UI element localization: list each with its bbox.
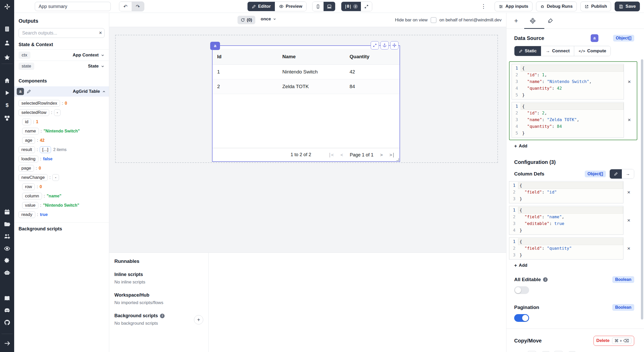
output-row-id[interactable]: id:1 [14, 117, 109, 127]
connect-mode-button[interactable]: → [622, 169, 634, 179]
table-cell[interactable]: Zelda TOTK [282, 84, 350, 89]
state-row[interactable]: state State [14, 61, 109, 72]
output-row-ready[interactable]: ready:true [14, 210, 109, 219]
column-header[interactable]: Id [217, 54, 282, 60]
move-component-button[interactable] [390, 41, 399, 49]
star-icon[interactable] [0, 53, 14, 61]
user-icon[interactable] [0, 39, 14, 47]
output-row-result[interactable]: result:[...]2 items [14, 145, 109, 154]
aggrid-table-component[interactable]: a IdNameQuantity 1Nintendo Switch422Zeld… [212, 45, 400, 162]
output-row-value[interactable]: value:"Nintendo Switch" [14, 201, 109, 210]
hide-bar-checkbox[interactable] [431, 17, 436, 23]
debug-runs-button[interactable]: Debug Runs [536, 2, 577, 11]
column-def-item-1-code[interactable]: 1{2 "field": "id"3} [509, 181, 623, 203]
remove-item-icon[interactable]: × [624, 79, 635, 85]
users-cog-icon[interactable] [0, 232, 14, 240]
github-icon[interactable] [0, 318, 14, 326]
output-row-selectedRowIndex[interactable]: selectedRowIndex:0 [14, 99, 109, 108]
schedule-dropdown[interactable]: once [261, 16, 276, 22]
boxes-icon[interactable] [0, 114, 14, 122]
tab-component-settings[interactable] [530, 18, 536, 24]
table-cell[interactable]: 84 [350, 84, 400, 89]
column-header[interactable]: Quantity [350, 54, 400, 60]
column-def-item-2-code[interactable]: 1{2 "field": "name",3 "editable": true4} [509, 206, 623, 235]
app-summary-input[interactable] [35, 2, 111, 11]
panel-scrollbar[interactable] [641, 59, 643, 320]
expand-component-button[interactable] [371, 41, 379, 49]
resize-handle[interactable] [396, 158, 399, 161]
add-column-def-button[interactable]: + Add [514, 263, 527, 268]
edit-mode-button[interactable] [610, 169, 622, 179]
diff-counter-button[interactable]: |0| i [341, 2, 361, 11]
tab-insert-component[interactable]: + [514, 17, 518, 25]
output-row-column[interactable]: column:"name" [14, 191, 109, 201]
search-input[interactable] [19, 28, 105, 38]
more-menu-button[interactable]: ⋮ [479, 3, 488, 10]
play-icon[interactable] [0, 89, 14, 97]
output-row-page[interactable]: page:0 [14, 164, 109, 173]
pencil-icon[interactable] [27, 89, 31, 94]
last-page-icon[interactable]: >| [389, 152, 395, 157]
gear-icon[interactable] [0, 256, 14, 264]
mode-compute[interactable]: </> Compute [574, 46, 611, 56]
add-background-script-button[interactable]: + [194, 315, 203, 324]
refresh-button[interactable]: (0) [238, 16, 255, 24]
all-editable-toggle[interactable] [514, 286, 529, 294]
desktop-view-button[interactable] [324, 2, 335, 11]
remove-item-icon[interactable]: × [623, 189, 634, 195]
anchor-component-button[interactable] [380, 41, 389, 49]
calendar-icon[interactable] [0, 208, 14, 216]
folder-icon[interactable] [0, 220, 14, 228]
table-cell[interactable]: 1 [217, 69, 282, 75]
robot-icon[interactable] [0, 269, 14, 277]
pagination-toggle[interactable] [514, 314, 529, 322]
mobile-view-button[interactable] [312, 2, 324, 11]
tab-editor[interactable]: Editor [248, 2, 275, 11]
table-cell[interactable]: 2 [217, 84, 282, 89]
fullscreen-button[interactable] [361, 2, 372, 11]
output-row-selectedRow[interactable]: selectedRow:- [14, 108, 109, 117]
building-icon[interactable] [0, 25, 14, 33]
remove-item-icon[interactable]: × [624, 117, 635, 123]
app-inputs-button[interactable]: App inputs [495, 2, 532, 11]
app-canvas[interactable]: a IdNameQuantity 1Nintendo Switch422Zeld… [109, 27, 506, 253]
arrow-right-icon[interactable] [0, 339, 14, 347]
add-data-item-button[interactable]: + Add [514, 143, 527, 149]
mode-connect[interactable]: → Connect [541, 46, 574, 56]
tab-preview[interactable]: Preview [275, 2, 306, 11]
remove-item-icon[interactable]: × [623, 217, 634, 223]
column-header[interactable]: Name [282, 54, 350, 60]
eye-icon[interactable] [0, 244, 14, 253]
discord-icon[interactable] [0, 306, 14, 314]
data-source-item-2-code[interactable]: 1{2 "id": 2,3 "name": "Zelda TOTK",4 "qu… [512, 102, 624, 138]
output-row-name[interactable]: name:"Nintendo Switch" [14, 127, 109, 136]
publish-button[interactable]: Publish [580, 2, 611, 11]
ctx-row[interactable]: ctx App Context [14, 49, 109, 61]
book-icon[interactable] [0, 294, 14, 302]
clear-search-icon[interactable]: × [99, 30, 102, 36]
mode-static[interactable]: Static [514, 46, 541, 56]
tab-styling[interactable] [547, 18, 553, 24]
remove-item-icon[interactable]: × [623, 245, 634, 252]
output-row-newChange[interactable]: newChange:- [14, 173, 109, 182]
dollar-icon[interactable]: $ [0, 101, 14, 109]
output-row-loading[interactable]: loading:false [14, 154, 109, 164]
prev-page-icon[interactable]: < [340, 152, 343, 157]
table-cell[interactable]: Nintendo Switch [282, 69, 350, 75]
table-row[interactable]: 2Zelda TOTK84 [213, 79, 400, 94]
component-header-row[interactable]: a AgGrid Table [14, 86, 109, 97]
windmill-logo-icon[interactable] [0, 1, 14, 12]
redo-button[interactable]: ↷ [132, 2, 144, 11]
data-source-item-1-code[interactable]: 1{2 "id": 1,3 "name": "Nintendo Switch",… [512, 64, 624, 99]
save-button[interactable]: Save [615, 2, 640, 11]
output-row-age[interactable]: age:42 [14, 136, 109, 145]
table-cell[interactable]: 42 [350, 69, 400, 75]
output-row-row[interactable]: row:0 [14, 182, 109, 191]
column-def-item-3-code[interactable]: 1{2 "field": "quantity"3} [509, 237, 623, 259]
home-icon[interactable] [0, 76, 14, 85]
delete-component-button[interactable]: Delete ⌘ + ⌫ [594, 336, 634, 346]
table-row[interactable]: 1Nintendo Switch42 [213, 65, 400, 79]
next-page-icon[interactable]: > [380, 152, 383, 157]
first-page-icon[interactable]: |< [328, 152, 334, 157]
undo-button[interactable]: ↶ [119, 2, 132, 11]
